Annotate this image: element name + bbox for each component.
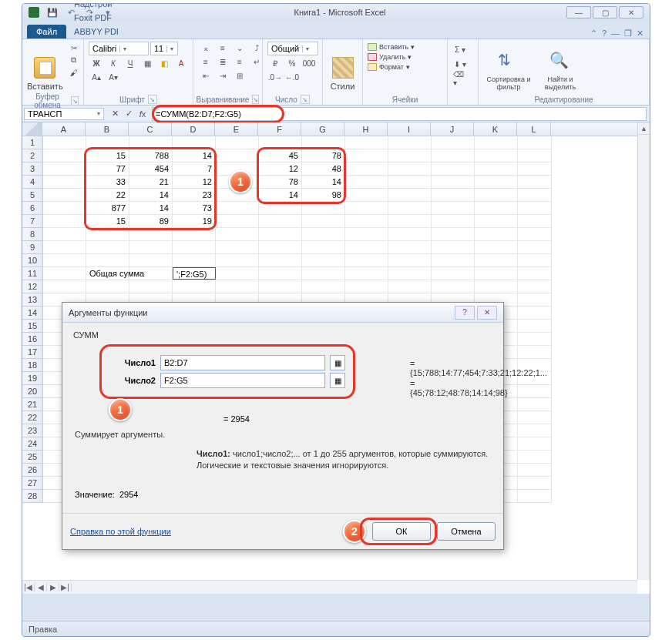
- align-bottom-icon[interactable]: ⌄: [232, 42, 247, 54]
- cell[interactable]: [475, 163, 518, 175]
- cancel-edit-icon[interactable]: ✕: [109, 109, 121, 119]
- cell[interactable]: [259, 136, 302, 149]
- cell[interactable]: 98: [302, 189, 345, 201]
- cell[interactable]: [518, 163, 552, 175]
- tab-file[interactable]: Файл: [27, 25, 66, 39]
- cell[interactable]: [475, 136, 518, 149]
- cell[interactable]: [86, 241, 129, 253]
- cell[interactable]: [216, 215, 259, 227]
- font-color-icon[interactable]: A: [173, 57, 189, 69]
- cell[interactable]: [518, 293, 552, 306]
- cell[interactable]: 14: [129, 189, 173, 201]
- cell[interactable]: [518, 307, 552, 319]
- cell[interactable]: 14: [259, 189, 302, 201]
- cell[interactable]: [475, 241, 518, 253]
- tab-foxit pdf[interactable]: Foxit PDF: [68, 11, 125, 25]
- cell[interactable]: [388, 189, 432, 201]
- align-left-icon[interactable]: ≡: [198, 55, 213, 68]
- cell[interactable]: [216, 241, 259, 253]
- dialog-titlebar[interactable]: Аргументы функции ? ✕: [62, 303, 503, 323]
- cell[interactable]: [518, 398, 552, 410]
- border-icon[interactable]: ▦: [139, 57, 155, 69]
- cell[interactable]: [302, 267, 345, 280]
- cell[interactable]: [475, 202, 518, 214]
- workbook-close-icon[interactable]: ✕: [637, 28, 643, 39]
- cell[interactable]: 7: [173, 163, 216, 175]
- row-header[interactable]: 3: [22, 163, 42, 176]
- cell[interactable]: [432, 149, 475, 162]
- cell[interactable]: 14: [173, 149, 216, 162]
- cell[interactable]: [475, 215, 518, 227]
- cell[interactable]: [432, 136, 475, 149]
- row-header[interactable]: 11: [22, 267, 42, 280]
- paste-button[interactable]: Вставить: [27, 42, 63, 91]
- column-header[interactable]: L: [517, 122, 551, 136]
- cell[interactable]: [345, 136, 388, 149]
- sheet-nav-first-icon[interactable]: |◀: [22, 583, 35, 591]
- cell[interactable]: [173, 280, 216, 293]
- sort-filter-button[interactable]: ⇅ Сортировка и фильтр: [483, 42, 534, 91]
- cell[interactable]: [518, 464, 552, 476]
- cell[interactable]: [345, 163, 388, 175]
- cell[interactable]: [475, 267, 518, 280]
- cell[interactable]: [518, 267, 552, 280]
- cell[interactable]: [432, 163, 475, 175]
- align-center-icon[interactable]: ≣: [215, 55, 230, 68]
- cell[interactable]: 89: [129, 215, 173, 227]
- cell[interactable]: 77: [86, 163, 129, 175]
- cell[interactable]: [43, 267, 86, 280]
- comma-icon[interactable]: 000: [301, 57, 317, 69]
- number-format-combo[interactable]: Общий▾: [267, 42, 318, 55]
- cell[interactable]: [43, 189, 86, 201]
- fill-color-icon[interactable]: ◧: [156, 57, 172, 69]
- cell[interactable]: 12: [259, 163, 302, 175]
- row-header[interactable]: 23: [22, 424, 42, 437]
- save-icon[interactable]: 💾: [47, 7, 58, 18]
- cell[interactable]: [388, 136, 432, 149]
- cell[interactable]: 73: [173, 202, 216, 214]
- row-header[interactable]: 4: [22, 176, 42, 189]
- select-all-corner[interactable]: [22, 122, 42, 136]
- decrease-indent-icon[interactable]: ⇤: [198, 69, 213, 82]
- row-header[interactable]: 16: [22, 333, 42, 346]
- cell[interactable]: [43, 241, 86, 253]
- arg2-input[interactable]: [160, 373, 325, 388]
- row-header[interactable]: 13: [22, 293, 42, 307]
- cell[interactable]: [518, 189, 552, 201]
- cell[interactable]: 877: [86, 202, 129, 214]
- row-header[interactable]: 9: [22, 241, 42, 254]
- clipboard-launcher-icon[interactable]: ↘: [71, 96, 79, 106]
- bold-icon[interactable]: Ж: [89, 57, 104, 69]
- increase-decimal-icon[interactable]: .0→: [267, 71, 283, 83]
- row-header[interactable]: 28: [22, 490, 42, 503]
- workbook-min-icon[interactable]: —: [611, 28, 620, 39]
- cell[interactable]: 45: [259, 149, 302, 162]
- scroll-up-icon[interactable]: ▲: [638, 122, 650, 135]
- currency-icon[interactable]: ₽: [267, 57, 283, 69]
- row-header[interactable]: 14: [22, 307, 42, 320]
- column-header[interactable]: B: [86, 122, 129, 136]
- cell[interactable]: 454: [129, 163, 173, 175]
- row-headers[interactable]: 1234567891011121314151617181920212223242…: [22, 136, 43, 503]
- cell[interactable]: 78: [259, 176, 302, 188]
- enter-edit-icon[interactable]: ✓: [123, 109, 135, 119]
- cell[interactable]: [518, 241, 552, 253]
- cell[interactable]: [43, 280, 86, 293]
- cell[interactable]: [259, 280, 302, 293]
- cell[interactable]: [518, 320, 552, 332]
- row-header[interactable]: 6: [22, 202, 42, 215]
- cell[interactable]: [345, 202, 388, 214]
- row-header[interactable]: 10: [22, 254, 42, 267]
- cell[interactable]: [518, 149, 552, 162]
- cell[interactable]: [432, 189, 475, 201]
- row-header[interactable]: 19: [22, 372, 42, 385]
- cell[interactable]: [475, 280, 518, 293]
- cell[interactable]: [173, 136, 216, 149]
- cell[interactable]: [518, 411, 552, 424]
- cell[interactable]: [43, 136, 86, 149]
- increase-font-icon[interactable]: A▴: [89, 71, 104, 83]
- cell[interactable]: [518, 176, 552, 188]
- sheet-nav-last-icon[interactable]: ▶|: [59, 583, 72, 591]
- cell[interactable]: [302, 280, 345, 293]
- cell[interactable]: [345, 176, 388, 188]
